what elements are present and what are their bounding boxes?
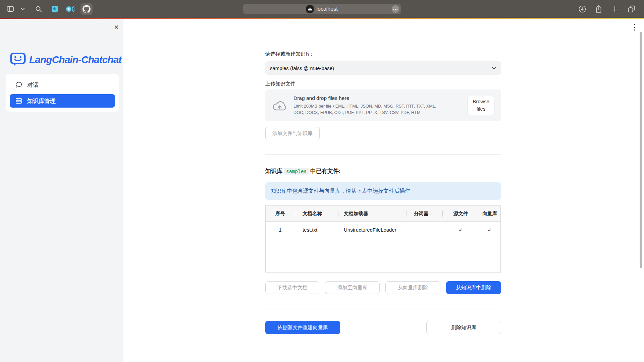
delete-from-vector-store-button[interactable]: 从向量库删除: [385, 281, 440, 294]
table-row[interactable]: 1 test.txt UnstructuredFileLoader ✓ ✓: [266, 222, 500, 238]
kb-selectbox-value: samples (faiss @ m3e-base): [270, 65, 334, 71]
app-logo-text: LangChain-Chatchat: [29, 54, 121, 65]
cell-splitter: [407, 222, 442, 238]
rings-star-extension-icon[interactable]: [65, 5, 74, 13]
site-favicon-crown-icon: [306, 5, 314, 13]
cell-source-file-check: ✓: [442, 222, 479, 238]
add-files-to-kb-button[interactable]: 添加文件到知识库: [265, 127, 320, 140]
download-extension-icon[interactable]: [50, 5, 59, 13]
download-selected-docs-button[interactable]: 下载选中文档: [265, 281, 319, 294]
table-header-row: 序号 文档名称 文档加载器 分词器 源文件 向量库: [266, 206, 500, 222]
add-to-vector-store-button[interactable]: 添加至向量库: [325, 281, 380, 294]
chat-bubble-icon: [15, 81, 22, 88]
chevron-down-icon: [492, 67, 496, 70]
kb-level-buttons: 依据源文件重建向量库 删除知识库: [265, 321, 501, 334]
cell-vector-store-check: ✓: [479, 222, 500, 238]
rebuild-vector-store-button[interactable]: 依据源文件重建向量库: [265, 321, 340, 334]
col-header-index: 序号: [266, 206, 295, 221]
cell-doc-name: test.txt: [295, 222, 338, 238]
divider: [265, 155, 501, 155]
address-bar[interactable]: localhost •••: [243, 4, 401, 14]
kb-files-table: 序号 文档名称 文档加载器 分词器 源文件 向量库 1 test.txt Uns…: [265, 205, 501, 273]
kb-files-heading: 知识库samples中已有文件:: [265, 167, 501, 175]
browser-toolbar: localhost •••: [0, 0, 644, 18]
kb-name-code: samples: [284, 168, 309, 175]
new-tab-icon[interactable]: [611, 5, 619, 13]
delete-kb-button[interactable]: 删除知识库: [426, 321, 501, 334]
kb-heading-suffix: 中已有文件:: [310, 168, 341, 174]
dropzone-title: Drag and drop files here: [293, 95, 444, 101]
kb-select-label: 请选择或新建知识库:: [265, 51, 501, 57]
sidebar-item-dialogue[interactable]: 对话: [10, 78, 115, 92]
database-icon: [15, 97, 22, 105]
table-action-buttons: 下载选中文档 添加至向量库 从向量库删除 从知识库中删除: [265, 281, 501, 294]
upload-label: 上传知识文件: [265, 81, 501, 87]
sidebar: × LangChain-Chatchat 对话: [0, 19, 123, 362]
divider: [265, 309, 501, 309]
share-icon[interactable]: [595, 5, 602, 13]
downloads-icon[interactable]: [578, 5, 586, 13]
sidebar-toggle-icon[interactable]: [7, 6, 15, 12]
sidebar-item-label: 对话: [27, 81, 39, 89]
dropzone-hint: Limit 200MB per file • EML, HTML, JSON, …: [293, 103, 444, 116]
app-page: × LangChain-Chatchat 对话: [0, 19, 644, 362]
cell-index: 1: [266, 222, 295, 238]
sidebar-item-kb-management[interactable]: 知识库管理: [10, 94, 115, 108]
cloud-upload-icon: [272, 100, 287, 112]
app-logo: LangChain-Chatchat: [10, 52, 121, 67]
col-header-doc-name: 文档名称: [295, 206, 338, 221]
kb-heading-prefix: 知识库: [265, 168, 282, 174]
site-url: localhost: [316, 6, 337, 12]
search-icon[interactable]: [35, 5, 42, 13]
chevron-down-icon[interactable]: [21, 8, 25, 10]
kb-selectbox[interactable]: samples (faiss @ m3e-base): [265, 61, 501, 75]
col-header-loader: 文档加载器: [338, 206, 407, 221]
github-icon[interactable]: [80, 3, 93, 15]
main-content: ⋮ 请选择或新建知识库: samples (faiss @ m3e-base) …: [123, 19, 644, 362]
scrollbar-thumb[interactable]: [640, 32, 642, 268]
file-dropzone[interactable]: Drag and drop files here Limit 200MB per…: [265, 89, 501, 121]
info-banner: 知识库中包含源文件与向量库，请从下表中选择文件后操作: [265, 182, 501, 200]
sidebar-item-label: 知识库管理: [27, 97, 56, 105]
delete-from-kb-button[interactable]: 从知识库中删除: [446, 281, 501, 294]
chat-bubble-logo-icon: [10, 52, 26, 67]
sidebar-menu: 对话 知识库管理: [6, 74, 119, 112]
page-options-icon[interactable]: •••: [392, 5, 399, 13]
browse-files-button[interactable]: Browse files: [468, 96, 494, 115]
col-header-splitter: 分词器: [407, 206, 442, 221]
col-header-source-file: 源文件: [442, 206, 479, 221]
close-sidebar-icon[interactable]: ×: [114, 23, 119, 31]
col-header-vector-store: 向量库: [479, 206, 500, 221]
cell-loader: UnstructuredFileLoader: [338, 222, 407, 238]
overflow-menu-icon[interactable]: ⋮: [631, 23, 639, 31]
tabs-overview-icon[interactable]: [627, 5, 636, 13]
